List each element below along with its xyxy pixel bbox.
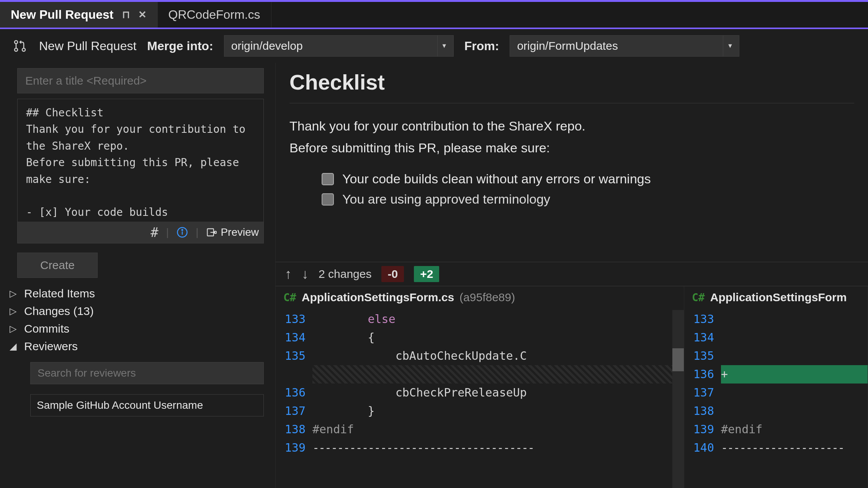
merge-into-label: Merge into:: [147, 39, 213, 53]
description-editor: # | | Preview: [17, 99, 264, 243]
page-title: New Pull Request: [39, 39, 136, 53]
from-branch-dropdown[interactable]: origin/FormUpdates ▼: [510, 35, 739, 57]
caret-right-icon: ▷: [10, 323, 17, 334]
info-icon[interactable]: [177, 227, 188, 238]
added-line: +: [721, 365, 868, 384]
diff-filename: ApplicationSettingsForm.cs: [302, 291, 454, 304]
scrollbar[interactable]: [672, 310, 684, 488]
preview-line: Thank you for your contribution to the S…: [289, 116, 854, 136]
code-lines: + #endif --------------------: [721, 310, 868, 488]
diff-file-header: C# ApplicationSettingsForm: [684, 286, 868, 310]
checklist-text: You are using approved terminology: [342, 192, 550, 207]
line-gutter: 133 134 135 136 137 138 139 140: [684, 310, 721, 488]
svg-point-1: [15, 48, 18, 51]
tree-label: Reviewers: [24, 340, 78, 353]
reviewer-search-input[interactable]: [30, 362, 264, 384]
caret-down-icon: ◢: [10, 341, 17, 352]
pin-icon[interactable]: ⊓: [122, 9, 130, 21]
description-textarea[interactable]: [18, 99, 263, 222]
sidebar-tree: ▷ Related Items ▷ Changes (13) ▷ Commits…: [17, 287, 264, 416]
additions-badge: +2: [414, 266, 439, 282]
tab-bar: New Pull Request ⊓ ✕ QRCodeForm.cs: [0, 0, 868, 28]
diff-pane-right: C# ApplicationSettingsForm 133 134 135 1…: [684, 286, 868, 488]
code-area-left[interactable]: 133 134 135 136 137 138 139 else {: [276, 310, 684, 488]
tree-changes[interactable]: ▷ Changes (13): [10, 305, 264, 318]
diff-toolbar: ↑ ↓ 2 changes -0 +2: [276, 262, 868, 286]
merge-target-value: origin/develop: [231, 39, 303, 52]
preview-line: Before submitting this PR, please make s…: [289, 138, 854, 158]
svg-point-5: [182, 230, 183, 231]
tab-label: QRCodeForm.cs: [168, 8, 260, 22]
diff-view: C# ApplicationSettingsForm.cs (a95f8e89)…: [276, 286, 868, 488]
tree-commits[interactable]: ▷ Commits: [10, 322, 264, 335]
from-branch-value: origin/FormUpdates: [517, 39, 618, 52]
changes-count: 2 changes: [319, 268, 371, 281]
branch-bar: New Pull Request Merge into: origin/deve…: [0, 29, 868, 63]
pull-request-icon: [11, 38, 28, 54]
checklist-item: You are using approved terminology: [322, 192, 854, 207]
checkbox-icon[interactable]: [322, 173, 334, 185]
tree-label: Changes (13): [24, 305, 94, 318]
close-icon[interactable]: ✕: [138, 9, 147, 21]
preview-heading: Checklist: [289, 70, 854, 103]
line-gutter: 133 134 135 136 137 138 139: [276, 310, 312, 488]
create-button[interactable]: Create: [17, 253, 98, 278]
hash-icon[interactable]: #: [150, 225, 158, 240]
prev-change-icon[interactable]: ↑: [285, 266, 292, 282]
pr-form-panel: # | | Preview Create: [0, 63, 276, 488]
checkbox-icon[interactable]: [322, 193, 334, 206]
tree-label: Commits: [24, 322, 69, 335]
csharp-icon: C#: [692, 291, 705, 304]
diff-sha: (a95f8e89): [459, 291, 515, 304]
caret-right-icon: ▷: [10, 306, 17, 317]
reviewer-entry[interactable]: Sample GitHub Account Username: [30, 394, 264, 416]
caret-right-icon: ▷: [10, 288, 17, 299]
description-toolbar: # | | Preview: [18, 222, 263, 243]
checklist: Your code builds clean without any error…: [289, 171, 854, 207]
chevron-down-icon[interactable]: ▼: [437, 36, 451, 56]
tree-reviewers[interactable]: ◢ Reviewers: [10, 340, 264, 353]
merge-target-dropdown[interactable]: origin/develop ▼: [224, 35, 454, 57]
from-label: From:: [464, 39, 499, 53]
diff-pane-left: C# ApplicationSettingsForm.cs (a95f8e89)…: [276, 286, 684, 488]
separator: |: [196, 226, 198, 238]
checklist-text: Your code builds clean without any error…: [342, 171, 651, 186]
diff-filename: ApplicationSettingsForm: [710, 291, 847, 304]
tree-related-items[interactable]: ▷ Related Items: [10, 287, 264, 300]
tab-new-pull-request[interactable]: New Pull Request ⊓ ✕: [0, 2, 158, 28]
deletions-badge: -0: [381, 266, 404, 282]
preview-label: Preview: [221, 226, 259, 238]
diff-file-header: C# ApplicationSettingsForm.cs (a95f8e89): [276, 286, 684, 310]
tree-label: Related Items: [24, 287, 95, 300]
tab-label: New Pull Request: [11, 8, 114, 22]
checklist-item: Your code builds clean without any error…: [322, 171, 854, 186]
svg-point-2: [22, 48, 25, 51]
chevron-down-icon[interactable]: ▼: [723, 36, 737, 56]
tab-qrcodeform[interactable]: QRCodeForm.cs: [158, 2, 271, 28]
right-panel: Checklist Thank you for your contributio…: [276, 63, 868, 488]
code-lines: else { cbAutoCheckUpdate.C cbCheckPreRel…: [312, 310, 672, 488]
code-area-right[interactable]: 133 134 135 136 137 138 139 140 +: [684, 310, 868, 488]
separator: |: [166, 226, 169, 238]
csharp-icon: C#: [283, 291, 296, 304]
preview-button[interactable]: Preview: [206, 226, 259, 238]
svg-point-0: [15, 41, 18, 44]
pr-title-input[interactable]: [17, 68, 264, 93]
markdown-preview: Checklist Thank you for your contributio…: [276, 63, 868, 262]
preview-icon: [206, 227, 217, 238]
next-change-icon[interactable]: ↓: [302, 266, 309, 282]
